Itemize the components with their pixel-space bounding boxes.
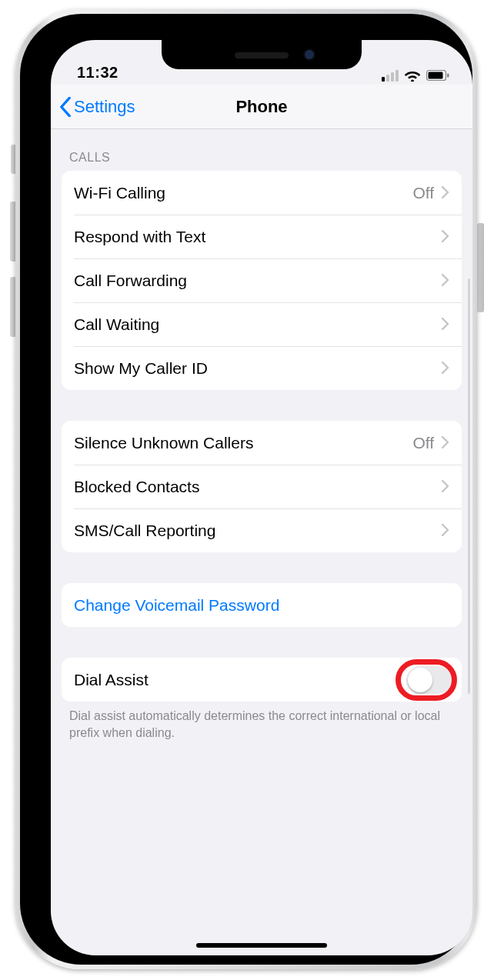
group-dial-assist: Dial Assist [62, 658, 462, 702]
row-label: Change Voicemail Password [74, 596, 449, 615]
row-value: Off [412, 434, 434, 452]
screen: 11:32 Settings Phone CA [51, 40, 472, 955]
wifi-icon [404, 69, 421, 82]
row-label: Dial Assist [74, 671, 406, 689]
chevron-right-icon [442, 434, 449, 452]
row-dial-assist[interactable]: Dial Assist [62, 658, 462, 702]
svg-rect-1 [429, 72, 443, 79]
toggle-knob [408, 668, 432, 692]
chevron-right-icon [442, 228, 449, 246]
row-wifi-calling[interactable]: Wi-Fi Calling Off [62, 171, 462, 215]
row-label: Respond with Text [74, 228, 442, 246]
notch [162, 40, 362, 69]
settings-content: CALLS Wi-Fi Calling Off Respond with Tex… [51, 129, 472, 741]
svg-rect-2 [447, 74, 449, 78]
row-label: Call Waiting [74, 315, 442, 334]
dial-assist-toggle[interactable] [406, 666, 452, 694]
row-call-waiting[interactable]: Call Waiting [62, 302, 462, 346]
chevron-right-icon [442, 272, 449, 290]
group-voicemail: Change Voicemail Password [62, 583, 462, 627]
cellular-icon [382, 70, 399, 82]
chevron-left-icon [58, 97, 72, 117]
row-label: Show My Caller ID [74, 359, 442, 378]
back-button[interactable]: Settings [51, 97, 135, 117]
row-value: Off [412, 184, 434, 202]
section-footer-dial-assist: Dial assist automatically determines the… [51, 702, 472, 741]
row-change-voicemail-password[interactable]: Change Voicemail Password [62, 583, 462, 627]
nav-bar: Settings Phone [51, 85, 472, 129]
row-sms-call-reporting[interactable]: SMS/Call Reporting [62, 508, 462, 552]
section-header-calls: CALLS [51, 129, 472, 171]
group-callers: Silence Unknown Callers Off Blocked Cont… [62, 421, 462, 552]
chevron-right-icon [442, 359, 449, 378]
device-frame: 11:32 Settings Phone CA [15, 9, 477, 969]
home-indicator[interactable] [196, 943, 327, 948]
status-time: 11:32 [77, 64, 118, 82]
side-button [477, 223, 484, 312]
battery-icon [426, 70, 449, 81]
row-label: SMS/Call Reporting [74, 522, 442, 540]
chevron-right-icon [442, 522, 449, 540]
row-respond-with-text[interactable]: Respond with Text [62, 215, 462, 258]
row-blocked-contacts[interactable]: Blocked Contacts [62, 465, 462, 508]
scroll-indicator [468, 278, 470, 694]
row-label: Wi-Fi Calling [74, 184, 412, 202]
chevron-right-icon [442, 184, 449, 202]
row-label: Blocked Contacts [74, 478, 442, 496]
back-label: Settings [74, 97, 135, 117]
chevron-right-icon [442, 315, 449, 334]
row-show-my-caller-id[interactable]: Show My Caller ID [62, 346, 462, 390]
row-call-forwarding[interactable]: Call Forwarding [62, 258, 462, 302]
row-label: Call Forwarding [74, 272, 442, 290]
chevron-right-icon [442, 478, 449, 496]
row-label: Silence Unknown Callers [74, 434, 412, 452]
row-silence-unknown-callers[interactable]: Silence Unknown Callers Off [62, 421, 462, 465]
group-calls: Wi-Fi Calling Off Respond with Text Call… [62, 171, 462, 390]
